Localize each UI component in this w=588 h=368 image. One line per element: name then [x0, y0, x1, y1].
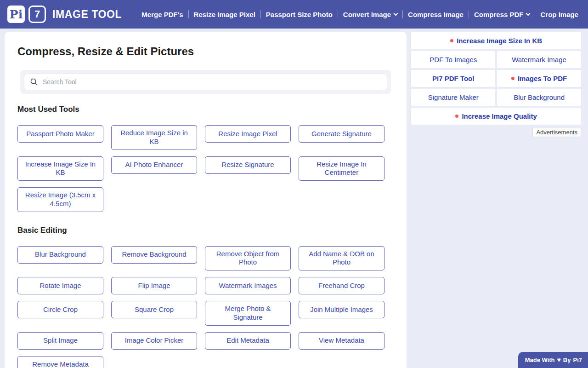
- nav-item-label: Merge PDF's: [141, 11, 183, 18]
- nav-divider: [188, 10, 189, 18]
- tool-blur-background[interactable]: Blur Background: [17, 246, 103, 264]
- tool-generate-signature[interactable]: Generate Signature: [299, 125, 384, 143]
- sidebar-link-signature-maker[interactable]: Signature Maker: [411, 89, 495, 106]
- tool-reduce-image-size-in-kb[interactable]: Reduce Image Size in KB: [111, 125, 197, 150]
- made-by-badge[interactable]: Made With ♥ By Pi7: [518, 352, 588, 368]
- tool-join-multiple-images[interactable]: Join Multiple Images: [299, 301, 384, 318]
- tool-resize-image-in-centimeter[interactable]: Resize Image In Centimeter: [299, 156, 384, 181]
- sidebar-link-increase-image-size-in-kb[interactable]: Increase Image Size In KB: [411, 32, 581, 49]
- tool-grid-most-used-tools: Passport Photo MakerReduce Image Size in…: [17, 125, 397, 212]
- page-title: Compress, Resize & Edit Pictures: [17, 45, 397, 58]
- nav-item-compress-pdf[interactable]: Compress PDF: [474, 11, 530, 18]
- tool-remove-metadata[interactable]: Remove Metadata: [17, 356, 103, 368]
- sidebar-link-pdf-to-images[interactable]: PDF To Images: [411, 51, 495, 68]
- search-field-frame: [24, 74, 387, 90]
- tool-flip-image[interactable]: Flip Image: [111, 277, 197, 294]
- tool-sections: Most Used ToolsPassport Photo MakerReduc…: [17, 105, 397, 368]
- nav-item-merge-pdf-s[interactable]: Merge PDF's: [141, 11, 183, 18]
- section-heading-basic-editing: Basic Editing: [17, 226, 397, 235]
- by-text: By: [563, 356, 571, 363]
- navbar-menu: Merge PDF'sResize Image PixelPassport Si…: [141, 10, 578, 18]
- main-card: Compress, Resize & Edit Pictures Most Us…: [5, 32, 407, 368]
- tool-circle-crop[interactable]: Circle Crop: [17, 301, 103, 318]
- tool-remove-object-from-photo[interactable]: Remove Object from Photo: [205, 246, 291, 271]
- sidebar-link-pi7-pdf-tool[interactable]: Pi7 PDF Tool: [411, 70, 495, 87]
- nav-item-compress-image[interactable]: Compress Image: [408, 11, 464, 18]
- nav-item-resize-image-pixel[interactable]: Resize Image Pixel: [194, 11, 255, 18]
- nav-divider: [260, 10, 261, 18]
- nav-item-label: Crop Image: [540, 11, 578, 18]
- tool-edit-metadata[interactable]: Edit Metadata: [205, 332, 291, 350]
- sidebar-link-label: Signature Maker: [428, 93, 479, 101]
- nav-item-passport-size-photo[interactable]: Passport Size Photo: [266, 11, 333, 18]
- tool-grid-basic-editing: Blur BackgroundRemove BackgroundRemove O…: [17, 246, 397, 368]
- sidebar-link-blur-background[interactable]: Blur Background: [497, 89, 581, 106]
- search-input[interactable]: [43, 78, 381, 86]
- page-layout: Compress, Resize & Edit Pictures Most Us…: [0, 29, 588, 368]
- sidebar-link-label: Watermark Image: [512, 56, 566, 63]
- nav-divider: [402, 10, 403, 18]
- tool-resize-signature[interactable]: Resize Signature: [205, 156, 291, 174]
- made-with-text: Made With: [525, 356, 555, 363]
- sidebar-link-label: PDF To Images: [430, 56, 477, 63]
- sidebar-link-label: Images To PDF: [518, 75, 567, 82]
- sidebar-link-label: Pi7 PDF Tool: [432, 75, 474, 82]
- tool-resize-image-pixel[interactable]: Resize Image Pixel: [205, 125, 291, 143]
- tool-merge-photo-signature[interactable]: Merge Photo & Signature: [205, 301, 291, 326]
- tool-watermark-images[interactable]: Watermark Images: [205, 277, 291, 294]
- nav-divider: [535, 10, 535, 18]
- top-navbar: Pi 7 IMAGE TOOL Merge PDF'sResize Image …: [0, 0, 588, 29]
- brand-logo[interactable]: Pi 7 IMAGE TOOL: [7, 6, 122, 23]
- nav-divider: [338, 10, 338, 18]
- tool-passport-photo-maker[interactable]: Passport Photo Maker: [17, 125, 103, 143]
- sidebar-link-images-to-pdf[interactable]: Images To PDF: [497, 70, 581, 87]
- nav-item-label: Compress Image: [408, 11, 464, 18]
- tool-split-image[interactable]: Split Image: [17, 332, 103, 350]
- search-bar: [20, 70, 391, 94]
- tool-square-crop[interactable]: Square Crop: [111, 301, 197, 318]
- tool-increase-image-size-in-kb[interactable]: Increase Image Size In KB: [17, 156, 103, 181]
- brand-text: Pi7: [573, 356, 582, 363]
- search-icon: [30, 78, 38, 86]
- tool-add-name-dob-on-photo[interactable]: Add Name & DOB on Photo: [299, 246, 384, 271]
- sidebar-link-label: Increase Image Size In KB: [457, 37, 542, 45]
- nav-item-label: Resize Image Pixel: [194, 11, 255, 18]
- tool-resize-image-3-5cm-x-4-5cm[interactable]: Resize Image (3.5cm x 4.5cm): [17, 187, 103, 212]
- chevron-down-icon: [526, 12, 531, 16]
- nav-item-label: Convert Image: [343, 11, 391, 18]
- hot-dot-icon: [511, 77, 514, 80]
- seven-logo-icon: 7: [28, 6, 46, 23]
- nav-item-crop-image[interactable]: Crop Image: [540, 11, 578, 18]
- sidebar-link-watermark-image[interactable]: Watermark Image: [497, 51, 581, 68]
- tool-freehand-crop[interactable]: Freehand Crop: [299, 277, 384, 294]
- nav-item-label: Compress PDF: [474, 11, 524, 18]
- nav-item-label: Passport Size Photo: [266, 11, 333, 18]
- sidebar-link-label: Increase Image Quality: [462, 112, 537, 120]
- sidebar-link-increase-image-quality[interactable]: Increase Image Quality: [411, 108, 581, 125]
- tool-rotate-image[interactable]: Rotate Image: [17, 277, 103, 294]
- section-heading-most-used-tools: Most Used Tools: [17, 105, 397, 114]
- advertisements-label: Advertisements: [532, 128, 581, 137]
- sidebar: Increase Image Size In KBPDF To ImagesWa…: [411, 32, 581, 137]
- pi-logo-icon: Pi: [7, 6, 25, 23]
- site-title: IMAGE TOOL: [52, 8, 122, 21]
- hot-dot-icon: [450, 39, 453, 42]
- hot-dot-icon: [455, 115, 458, 118]
- tool-view-metadata[interactable]: View Metadata: [299, 332, 384, 350]
- chevron-down-icon: [394, 12, 398, 16]
- nav-divider: [469, 10, 469, 18]
- tool-image-color-picker[interactable]: Image Color Picker: [111, 332, 197, 350]
- tool-ai-photo-enhancer[interactable]: AI Photo Enhancer: [111, 156, 197, 174]
- heart-icon: ♥: [557, 356, 561, 363]
- tool-remove-background[interactable]: Remove Background: [111, 246, 197, 264]
- nav-item-convert-image[interactable]: Convert Image: [343, 11, 397, 18]
- sidebar-link-label: Blur Background: [514, 93, 565, 101]
